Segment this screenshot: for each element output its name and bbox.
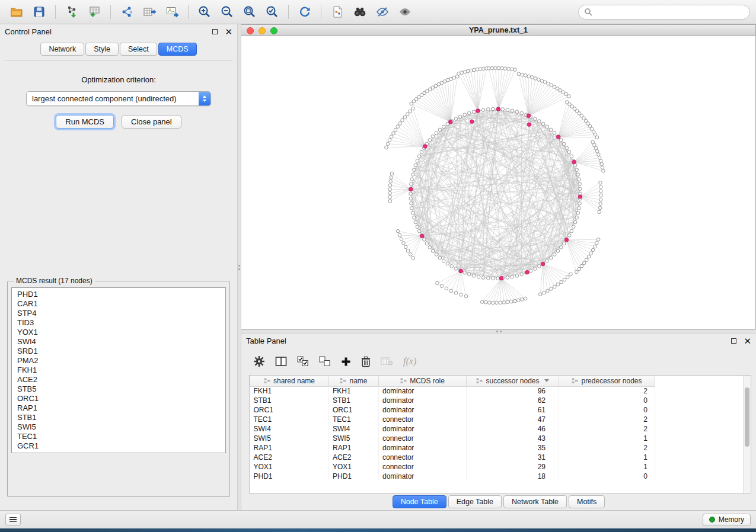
table-cell[interactable]: dominator — [379, 443, 467, 453]
table-cell[interactable]: ACE2 — [329, 453, 379, 462]
table-cell[interactable]: ORC1 — [250, 405, 329, 415]
table-cell[interactable]: TEC1 — [329, 415, 379, 424]
table-cell[interactable]: PHD1 — [250, 472, 329, 481]
close-panel-button[interactable]: Close panel — [122, 115, 181, 129]
deselect-all-button[interactable] — [319, 356, 331, 367]
tab-node-table[interactable]: Node Table — [393, 495, 446, 508]
network-canvas[interactable] — [241, 36, 755, 329]
table-cell[interactable]: SWI4 — [250, 424, 329, 434]
mcds-result-item[interactable]: SRD1 — [12, 347, 225, 356]
table-cell[interactable]: SWI5 — [329, 434, 379, 443]
mcds-result-item[interactable]: SWI4 — [12, 337, 225, 347]
share-document-button[interactable] — [327, 2, 348, 21]
table-cell[interactable]: 2 — [559, 424, 655, 434]
table-cell[interactable]: connector — [379, 462, 467, 472]
table-cell[interactable]: STB1 — [329, 396, 379, 405]
mcds-result-item[interactable]: PMA2 — [12, 356, 225, 366]
table-cell[interactable]: 61 — [467, 405, 559, 415]
mcds-result-item[interactable]: FKH1 — [12, 366, 225, 375]
hide-graphics-button[interactable] — [372, 2, 393, 21]
table-cell[interactable]: 1 — [559, 434, 655, 443]
table-cell[interactable]: dominator — [379, 424, 467, 434]
table-row[interactable]: ORC1ORC1dominator610 — [250, 405, 655, 415]
network-view-titlebar[interactable]: YPA_prune.txt_1 — [241, 25, 755, 36]
mcds-result-item[interactable]: GCR1 — [12, 441, 225, 451]
tab-network-table[interactable]: Network Table — [503, 495, 567, 508]
show-columns-button[interactable] — [275, 356, 287, 367]
criterion-dropdown[interactable]: largest connected component (undirected) — [26, 91, 211, 106]
run-mcds-button[interactable]: Run MCDS — [56, 115, 114, 129]
tab-edge-table[interactable]: Edge Table — [448, 495, 502, 508]
column-header-shared-name[interactable]: shared name — [250, 376, 329, 386]
table-row[interactable]: STB1STB1dominator620 — [250, 396, 655, 405]
table-cell[interactable]: 62 — [467, 396, 559, 405]
column-header-MCDS-role[interactable]: MCDS role — [379, 376, 467, 386]
mcds-result-item[interactable]: STB1 — [12, 413, 225, 422]
mcds-result-item[interactable]: STB5 — [12, 384, 225, 394]
float-window-icon[interactable] — [212, 29, 218, 34]
table-cell[interactable]: FKH1 — [250, 386, 329, 396]
zoom-fit-button[interactable] — [239, 2, 260, 21]
table-cell[interactable]: ACE2 — [250, 453, 329, 462]
mcds-result-item[interactable]: SWI5 — [12, 422, 225, 432]
table-cell[interactable]: 0 — [559, 396, 655, 405]
save-session-button[interactable] — [28, 2, 50, 21]
table-cell[interactable]: SWI5 — [250, 434, 329, 443]
show-graphics-button[interactable] — [394, 2, 416, 21]
open-file-button[interactable] — [6, 2, 27, 21]
table-cell[interactable]: 47 — [467, 415, 559, 424]
select-all-button[interactable] — [297, 356, 309, 367]
table-row[interactable]: FKH1FKH1dominator962 — [250, 386, 655, 396]
table-cell[interactable]: 96 — [467, 386, 559, 396]
table-row[interactable]: ACE2ACE2connector311 — [250, 453, 655, 462]
maximize-window-icon[interactable] — [270, 27, 277, 34]
table-cell[interactable]: 2 — [559, 443, 655, 453]
table-vertical-scrollbar[interactable] — [743, 376, 751, 493]
mcds-result-item[interactable]: TEC1 — [12, 432, 225, 441]
table-cell[interactable]: connector — [379, 434, 467, 443]
table-cell[interactable]: dominator — [379, 472, 467, 481]
table-cell[interactable]: YOX1 — [329, 462, 379, 472]
table-cell[interactable]: YOX1 — [250, 462, 329, 472]
table-cell[interactable]: RAP1 — [250, 443, 329, 453]
table-cell[interactable]: TEC1 — [250, 415, 329, 424]
table-cell[interactable]: 35 — [467, 443, 559, 453]
table-row[interactable]: YOX1YOX1connector291 — [250, 462, 655, 472]
mcds-result-item[interactable]: ACE2 — [12, 375, 225, 384]
scrollbar-thumb[interactable] — [745, 387, 749, 447]
table-row[interactable]: TEC1TEC1connector472 — [250, 415, 655, 424]
table-cell[interactable]: dominator — [379, 405, 467, 415]
table-cell[interactable]: dominator — [379, 386, 467, 396]
tab-mcds[interactable]: MCDS — [158, 43, 197, 56]
tab-motifs[interactable]: Motifs — [569, 495, 605, 508]
table-row[interactable]: SWI5SWI5connector431 — [250, 434, 655, 443]
table-cell[interactable]: 1 — [559, 453, 655, 462]
tab-network[interactable]: Network — [40, 43, 84, 56]
float-window-icon[interactable] — [731, 338, 736, 344]
mcds-result-item[interactable]: PHD1 — [12, 290, 225, 299]
table-cell[interactable]: FKH1 — [329, 386, 379, 396]
close-panel-icon[interactable]: ✕ — [225, 29, 232, 34]
status-menu-button[interactable] — [5, 514, 21, 525]
table-cell[interactable]: 2 — [559, 386, 655, 396]
memory-button[interactable]: Memory — [703, 514, 751, 526]
table-cell[interactable]: SWI4 — [329, 424, 379, 434]
export-table-button[interactable] — [139, 2, 160, 21]
table-cell[interactable]: 31 — [467, 453, 559, 462]
table-cell[interactable]: 43 — [467, 434, 559, 443]
function-builder-button[interactable]: f(x) — [403, 356, 416, 367]
table-cell[interactable]: 0 — [559, 472, 655, 481]
table-cell[interactable]: dominator — [379, 396, 467, 405]
refresh-button[interactable] — [294, 2, 315, 21]
tab-style[interactable]: Style — [85, 43, 119, 56]
vertical-splitter[interactable] — [237, 24, 241, 510]
table-cell[interactable]: ORC1 — [329, 405, 379, 415]
export-image-button[interactable] — [161, 2, 183, 21]
zoom-selected-button[interactable] — [261, 2, 283, 21]
search-network-button[interactable] — [349, 2, 371, 21]
column-header-successor-nodes[interactable]: successor nodes — [467, 376, 559, 386]
table-row[interactable]: PHD1PHD1dominator180 — [250, 472, 655, 481]
import-table-button[interactable] — [84, 2, 105, 21]
table-cell[interactable]: 46 — [467, 424, 559, 434]
delete-column-button[interactable] — [361, 356, 371, 367]
